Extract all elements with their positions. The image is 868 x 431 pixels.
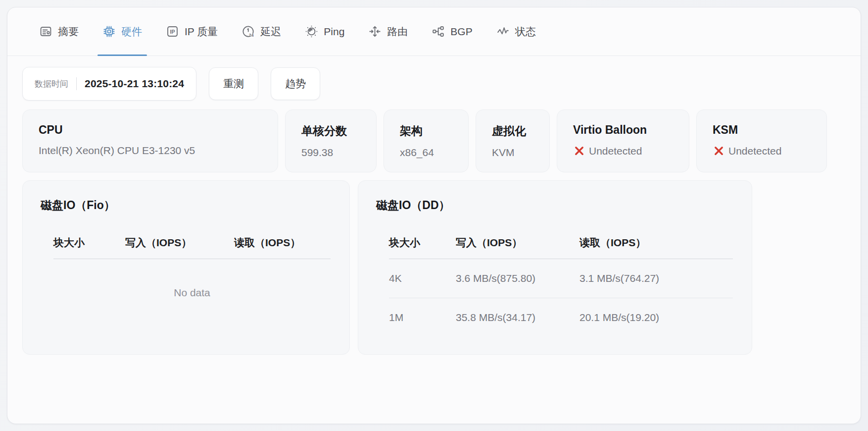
activity-icon: [496, 25, 510, 38]
data-time-label: 数据时间: [35, 78, 68, 90]
tab-bar: 摘要硬件IPIP 质量24延迟Ping路由BGP状态: [7, 7, 861, 56]
info-card-value: 599.38: [301, 147, 360, 159]
disk-io-row: 磁盘IO（Fio） 块大小写入（IOPS）读取（IOPS） No data 磁盘…: [22, 180, 848, 355]
trend-button[interactable]: 趋势: [271, 67, 320, 100]
info-card-cpu: CPUIntel(R) Xeon(R) CPU E3-1230 v5: [22, 109, 278, 172]
table-cell: 3.6 MB/s(875.80): [456, 272, 579, 284]
retest-button[interactable]: 重测: [209, 67, 258, 100]
table-cell: 3.1 MB/s(764.27): [579, 272, 733, 284]
tab-label: 路由: [387, 25, 408, 39]
info-card-virtio-balloon: Virtio BalloonUndetected: [557, 109, 689, 172]
svg-text:IP: IP: [170, 29, 175, 35]
divider: [76, 77, 77, 90]
info-card-value-text: Undetected: [589, 145, 642, 157]
disk-io-fio-table: 块大小写入（IOPS）读取（IOPS） No data: [53, 236, 331, 299]
route-icon: [368, 25, 382, 38]
globe-icon: [305, 25, 318, 38]
info-card-ksm: KSMUndetected: [696, 109, 827, 172]
svg-text:24: 24: [249, 33, 254, 38]
tab-label: IP 质量: [185, 25, 218, 39]
table-body: No data: [53, 287, 331, 299]
no-data-text: No data: [53, 287, 331, 299]
column-header: 写入（IOPS）: [456, 236, 579, 250]
column-header: 读取（IOPS）: [579, 236, 733, 250]
info-card-virtualization: 虚拟化KVM: [476, 109, 550, 172]
info-card-title: KSM: [713, 123, 811, 137]
info-card-single-score: 单核分数599.38: [285, 109, 377, 172]
tab-ping[interactable]: Ping: [303, 7, 346, 55]
disk-io-fio-title: 磁盘IO（Fio）: [41, 198, 332, 213]
table-row: 4K3.6 MB/s(875.80)3.1 MB/s(764.27): [389, 259, 733, 298]
tab-label: Ping: [324, 26, 344, 38]
table-header-row: 块大小写入（IOPS）读取（IOPS）: [53, 236, 331, 259]
table-cell: 4K: [389, 272, 456, 284]
tab-summary[interactable]: 摘要: [37, 7, 81, 55]
tab-label: 状态: [515, 25, 536, 39]
tab-bgp[interactable]: BGP: [430, 7, 474, 55]
data-time-value: 2025-10-21 13:10:24: [85, 78, 184, 90]
info-card-value: KVM: [492, 147, 533, 159]
disk-io-fio-card: 磁盘IO（Fio） 块大小写入（IOPS）读取（IOPS） No data: [22, 180, 350, 355]
info-card-value: Undetected: [713, 145, 811, 157]
info-card-title: 架构: [400, 123, 452, 139]
tab-status[interactable]: 状态: [494, 7, 538, 55]
cpu-icon: [102, 25, 116, 38]
info-card-value-text: 599.38: [301, 147, 333, 159]
page: 摘要硬件IPIP 质量24延迟Ping路由BGP状态 数据时间 2025-10-…: [0, 0, 868, 431]
info-card-value-text: Intel(R) Xeon(R) CPU E3-1230 v5: [39, 145, 195, 157]
table-body: 4K3.6 MB/s(875.80)3.1 MB/s(764.27)1M35.8…: [389, 259, 733, 337]
ip-icon: IP: [166, 25, 179, 38]
disk-io-dd-card: 磁盘IO（DD） 块大小写入（IOPS）读取（IOPS） 4K3.6 MB/s(…: [358, 180, 752, 355]
info-card-title: CPU: [39, 123, 262, 137]
tab-label: BGP: [450, 26, 472, 38]
latency-icon: 24: [241, 25, 255, 38]
column-header: 读取（IOPS）: [234, 236, 331, 250]
column-header: 写入（IOPS）: [125, 236, 234, 250]
info-card-arch: 架构x86_64: [384, 109, 469, 172]
tab-route[interactable]: 路由: [366, 7, 410, 55]
tab-label: 摘要: [58, 25, 79, 39]
info-card-value: x86_64: [400, 147, 452, 159]
table-header-row: 块大小写入（IOPS）读取（IOPS）: [389, 236, 733, 259]
summary-icon: [39, 25, 52, 38]
tab-ip[interactable]: IPIP 质量: [164, 7, 220, 55]
info-card-value-text: Undetected: [728, 145, 781, 157]
info-card-title: 虚拟化: [492, 123, 533, 139]
info-card-value-text: KVM: [492, 147, 515, 159]
tab-latency[interactable]: 24延迟: [240, 7, 283, 55]
x-mark-icon: [713, 145, 725, 157]
tab-label: 硬件: [121, 25, 142, 39]
info-card-value-text: x86_64: [400, 147, 434, 159]
disk-io-dd-title: 磁盘IO（DD）: [376, 198, 734, 213]
tab-label: 延迟: [260, 25, 281, 39]
benchmark-panel: 摘要硬件IPIP 质量24延迟Ping路由BGP状态 数据时间 2025-10-…: [7, 7, 861, 424]
x-mark-icon: [573, 145, 585, 157]
toolbar: 数据时间 2025-10-21 13:10:24 重测 趋势: [22, 67, 848, 101]
disk-io-dd-table: 块大小写入（IOPS）读取（IOPS） 4K3.6 MB/s(875.80)3.…: [389, 236, 733, 337]
info-card-value: Undetected: [573, 145, 673, 157]
table-cell: 20.1 MB/s(19.20): [579, 312, 733, 323]
table-cell: 35.8 MB/s(34.17): [456, 312, 579, 323]
info-card-value: Intel(R) Xeon(R) CPU E3-1230 v5: [39, 145, 262, 157]
info-card-title: 单核分数: [301, 123, 360, 139]
bgp-icon: [432, 25, 445, 38]
info-cards-row: CPUIntel(R) Xeon(R) CPU E3-1230 v5单核分数59…: [22, 109, 848, 172]
table-row: 1M35.8 MB/s(34.17)20.1 MB/s(19.20): [389, 298, 733, 337]
info-card-title: Virtio Balloon: [573, 123, 673, 137]
column-header: 块大小: [389, 236, 456, 250]
data-time-box: 数据时间 2025-10-21 13:10:24: [22, 67, 196, 101]
column-header: 块大小: [53, 236, 125, 250]
table-cell: 1M: [389, 312, 456, 323]
tab-hardware[interactable]: 硬件: [100, 7, 144, 55]
